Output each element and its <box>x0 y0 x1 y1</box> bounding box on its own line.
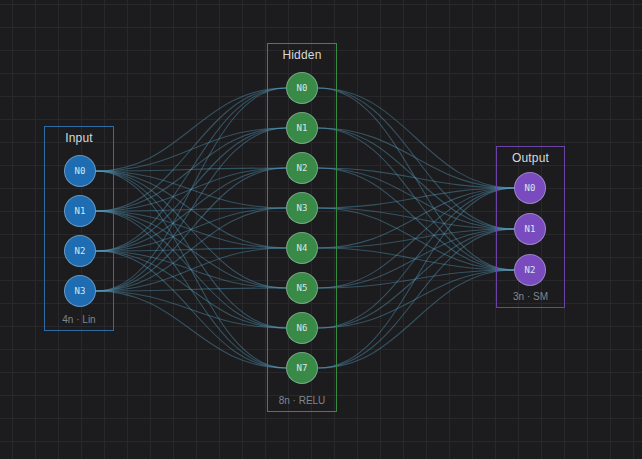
edge <box>96 128 286 251</box>
edge <box>318 88 514 229</box>
node-label: N1 <box>297 123 308 133</box>
edge <box>96 88 286 251</box>
edge <box>96 128 286 211</box>
node-label: N2 <box>75 246 86 256</box>
node-hidden-n5[interactable]: N5 <box>286 272 318 304</box>
layer-footer-hidden: 8n · RELU <box>268 395 336 406</box>
edge <box>318 88 514 188</box>
edge <box>96 211 286 248</box>
node-label: N3 <box>297 203 308 213</box>
edge <box>96 128 286 171</box>
node-hidden-n3[interactable]: N3 <box>286 192 318 224</box>
edge <box>96 291 286 368</box>
edge <box>318 208 514 270</box>
edge <box>318 270 514 328</box>
edge <box>96 208 286 211</box>
node-hidden-n0[interactable]: N0 <box>286 72 318 104</box>
node-label: N0 <box>75 166 86 176</box>
edge <box>318 128 514 270</box>
node-hidden-n6[interactable]: N6 <box>286 312 318 344</box>
node-output-n2[interactable]: N2 <box>514 254 546 286</box>
edge <box>318 229 514 248</box>
edge <box>318 188 514 368</box>
edge <box>318 168 514 270</box>
edge <box>318 188 514 328</box>
node-hidden-n7[interactable]: N7 <box>286 352 318 384</box>
edge <box>318 270 514 288</box>
node-label: N2 <box>297 163 308 173</box>
edge <box>318 229 514 288</box>
edge <box>96 171 286 208</box>
edge <box>318 229 514 368</box>
edge <box>96 171 286 368</box>
edge <box>96 251 286 288</box>
edge <box>318 128 514 188</box>
edge <box>318 248 514 270</box>
edge <box>96 88 286 211</box>
edge <box>96 88 286 291</box>
edge <box>96 171 286 328</box>
edge <box>96 168 286 251</box>
edge <box>96 211 286 288</box>
node-input-n2[interactable]: N2 <box>64 235 96 267</box>
edge <box>96 211 286 368</box>
edge <box>96 211 286 328</box>
edge <box>318 128 514 229</box>
node-output-n0[interactable]: N0 <box>514 172 546 204</box>
edge <box>96 251 286 368</box>
edge <box>96 171 286 248</box>
node-input-n0[interactable]: N0 <box>64 155 96 187</box>
node-hidden-n2[interactable]: N2 <box>286 152 318 184</box>
edge <box>318 188 514 288</box>
layer-footer-output: 3n · SM <box>497 291 564 302</box>
node-label: N0 <box>297 83 308 93</box>
node-output-n1[interactable]: N1 <box>514 213 546 245</box>
layer-footer-input: 4n · Lin <box>45 314 113 325</box>
edge <box>96 248 286 251</box>
node-label: N3 <box>75 286 86 296</box>
node-hidden-n4[interactable]: N4 <box>286 232 318 264</box>
edge <box>96 208 286 251</box>
edge <box>96 208 286 291</box>
node-label: N1 <box>525 224 536 234</box>
edge <box>96 248 286 291</box>
edge <box>96 171 286 288</box>
edge <box>318 229 514 328</box>
layer-title-hidden: Hidden <box>268 48 336 62</box>
network-editor-canvas[interactable]: Input 4n · Lin Hidden 8n · RELU Output 3… <box>0 0 642 459</box>
node-label: N5 <box>297 283 308 293</box>
edge <box>318 168 514 229</box>
node-input-n3[interactable]: N3 <box>64 275 96 307</box>
edge <box>318 188 514 208</box>
edge <box>96 168 286 171</box>
edge <box>96 128 286 291</box>
layer-title-input: Input <box>45 131 113 145</box>
edge <box>96 251 286 328</box>
edge <box>96 168 286 291</box>
layer-title-output: Output <box>497 151 564 165</box>
edge <box>96 168 286 211</box>
edge <box>318 270 514 368</box>
node-label: N1 <box>75 206 86 216</box>
edge <box>318 168 514 188</box>
edge <box>96 288 286 291</box>
node-label: N7 <box>297 363 308 373</box>
edge <box>318 88 514 270</box>
node-input-n1[interactable]: N1 <box>64 195 96 227</box>
node-label: N2 <box>525 265 536 275</box>
node-label: N0 <box>525 183 536 193</box>
edge <box>318 208 514 229</box>
node-label: N6 <box>297 323 308 333</box>
edge <box>96 88 286 171</box>
node-label: N4 <box>297 243 308 253</box>
edge <box>96 291 286 328</box>
edge <box>318 188 514 248</box>
node-hidden-n1[interactable]: N1 <box>286 112 318 144</box>
